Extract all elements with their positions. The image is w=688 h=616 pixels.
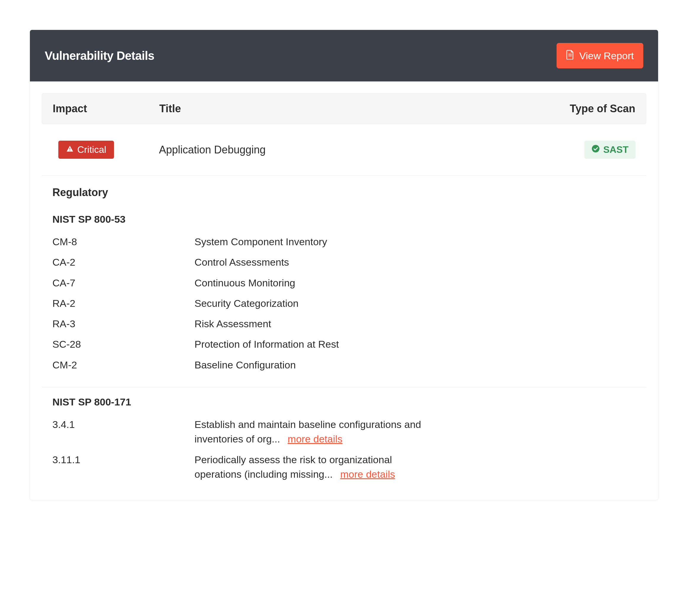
regulatory-row: SC-28Protection of Information at Rest <box>52 334 636 354</box>
regulatory-group: NIST SP 800-53CM-8System Component Inven… <box>42 205 646 387</box>
card-header: Vulnerability Details View Report <box>30 30 658 82</box>
check-circle-icon <box>592 144 600 155</box>
header-title: Title <box>159 103 547 115</box>
view-report-button[interactable]: View Report <box>556 43 643 68</box>
regulatory-row: CA-2Control Assessments <box>52 252 636 272</box>
more-details-link[interactable]: more details <box>288 433 343 444</box>
regulatory-group-heading: NIST SP 800-53 <box>52 205 636 232</box>
regulatory-code: RA-3 <box>52 316 194 331</box>
regulatory-description: Protection of Information at Rest <box>194 337 431 352</box>
regulatory-description: System Component Inventory <box>194 235 431 249</box>
regulatory-row: CM-2Baseline Configuration <box>52 355 636 375</box>
regulatory-code: CA-7 <box>52 276 194 290</box>
scan-type-label: SAST <box>603 144 628 155</box>
regulatory-section-title: Regulatory <box>42 176 646 205</box>
regulatory-code: SC-28 <box>52 337 194 352</box>
regulatory-description: Risk Assessment <box>194 316 431 331</box>
document-icon <box>566 49 574 62</box>
regulatory-group-heading: NIST SP 800-171 <box>52 387 636 414</box>
regulatory-code: CM-2 <box>52 358 194 372</box>
svg-point-4 <box>592 145 599 153</box>
vulnerability-row: Critical Application Debugging SAST <box>42 124 646 176</box>
regulatory-row: RA-2Security Categorization <box>52 293 636 314</box>
warning-icon <box>66 144 74 155</box>
regulatory-description: Security Categorization <box>194 296 431 311</box>
regulatory-description: Establish and maintain baseline configur… <box>194 417 431 447</box>
regulatory-code: RA-2 <box>52 296 194 311</box>
regulatory-code: 3.4.1 <box>52 417 194 447</box>
svg-rect-3 <box>70 150 70 151</box>
regulatory-description: Control Assessments <box>194 255 431 269</box>
regulatory-row: CM-8System Component Inventory <box>52 232 636 252</box>
svg-rect-2 <box>70 148 70 150</box>
more-details-link[interactable]: more details <box>340 468 395 480</box>
regulatory-row: RA-3Risk Assessment <box>52 314 636 334</box>
regulatory-code: CA-2 <box>52 255 194 269</box>
vulnerability-title: Application Debugging <box>159 144 547 156</box>
regulatory-row: CA-7Continuous Monitoring <box>52 273 636 293</box>
regulatory-row: 3.4.1Establish and maintain baseline con… <box>52 414 636 449</box>
header-impact: Impact <box>53 103 159 115</box>
regulatory-row: 3.11.1Periodically assess the risk to or… <box>52 449 636 485</box>
scan-type-badge: SAST <box>584 141 636 159</box>
card-body: Impact Title Type of Scan Critical A <box>30 82 658 500</box>
regulatory-description: Baseline Configuration <box>194 358 431 372</box>
regulatory-code: 3.11.1 <box>52 453 194 482</box>
regulatory-code: CM-8 <box>52 235 194 249</box>
table-header: Impact Title Type of Scan <box>42 93 646 124</box>
regulatory-description: Continuous Monitoring <box>194 276 431 290</box>
regulatory-group: NIST SP 800-1713.4.1Establish and mainta… <box>42 387 646 488</box>
vulnerability-details-card: Vulnerability Details View Report Impact… <box>30 30 658 500</box>
regulatory-description: Periodically assess the risk to organiza… <box>194 453 431 482</box>
impact-label: Critical <box>77 144 106 155</box>
view-report-label: View Report <box>579 50 634 62</box>
page-title: Vulnerability Details <box>45 49 154 63</box>
header-type: Type of Scan <box>547 103 635 115</box>
impact-badge-critical: Critical <box>58 141 114 159</box>
